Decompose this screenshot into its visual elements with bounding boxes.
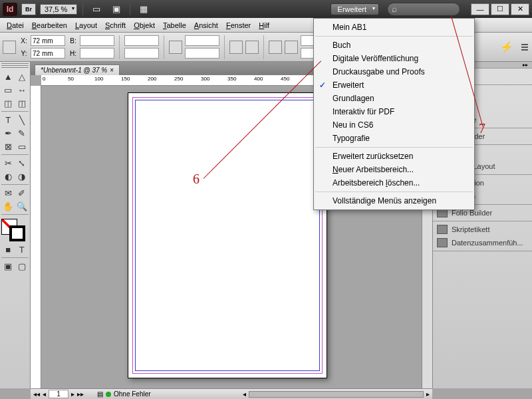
menu-tabelle[interactable]: Tabelle bbox=[159, 20, 190, 31]
horizontal-scrollbar[interactable] bbox=[249, 391, 424, 398]
menu-objekt[interactable]: Objekt bbox=[130, 20, 159, 31]
direct-selection-tool[interactable]: △ bbox=[15, 70, 29, 83]
line-tool[interactable]: ╲ bbox=[15, 113, 29, 126]
view-options-icon[interactable]: ▭ bbox=[88, 3, 104, 16]
document-tab-title: *Unbenannt-1 @ 37 % bbox=[41, 66, 107, 74]
arrange-docs-icon[interactable]: ▦ bbox=[136, 3, 152, 16]
ws-item-interaktiv[interactable]: Interaktiv für PDF bbox=[314, 105, 474, 118]
prev-page-icon[interactable]: ◂ bbox=[43, 390, 46, 398]
gradient-feather-tool[interactable]: ◑ bbox=[15, 170, 29, 183]
panel-script-label[interactable]: Skriptetikett bbox=[433, 223, 532, 236]
app-logo: Id bbox=[3, 3, 17, 16]
ws-full-menus[interactable]: Vollständige Menüs anzeigen bbox=[314, 194, 474, 207]
close-button[interactable]: ✕ bbox=[511, 3, 529, 15]
quick-apply-icon[interactable]: ⚡ bbox=[496, 41, 517, 53]
rotate-options[interactable] bbox=[169, 41, 182, 54]
pen-tool[interactable]: ✒ bbox=[1, 126, 15, 140]
tools-panel: ▲△ ▭↔ ◫◫ T╲ ✒✎ ⊠▭ ✂⤡ ◐◑ ✉✐ ✋🔍 ■T ▣▢ bbox=[0, 62, 31, 388]
hscroll-left-icon[interactable]: ◂ bbox=[243, 390, 246, 398]
open-nav-icon[interactable]: ▤ bbox=[97, 390, 103, 398]
reference-point[interactable] bbox=[3, 41, 16, 54]
page-number-input[interactable] bbox=[49, 390, 68, 398]
page[interactable] bbox=[128, 92, 327, 378]
view-mode-normal[interactable]: ▣ bbox=[1, 259, 15, 273]
content-placer-tool[interactable]: ◫ bbox=[15, 96, 29, 110]
type-tool[interactable]: T bbox=[1, 113, 15, 126]
ws-item-grundlagen[interactable]: Grundlagen bbox=[314, 92, 474, 105]
flip-h-button[interactable] bbox=[229, 41, 243, 54]
note-tool[interactable]: ✉ bbox=[1, 186, 15, 200]
menu-ansicht[interactable]: Ansicht bbox=[190, 20, 222, 31]
maximize-button[interactable]: ☐ bbox=[491, 3, 509, 15]
h-input[interactable] bbox=[80, 48, 114, 59]
document-status-bar: ◂◂ ◂ ▸ ▸▸ ▤ Ohne Fehler ◂ ▸ bbox=[31, 388, 432, 399]
ws-item-digitale[interactable]: Digitale Veröffentlichung bbox=[314, 52, 474, 65]
prev-spread-icon[interactable]: ◂◂ bbox=[33, 390, 40, 398]
gap-tool[interactable]: ↔ bbox=[15, 83, 29, 96]
screen-mode-icon[interactable]: ▣ bbox=[108, 3, 124, 16]
scissors-tool[interactable]: ✂ bbox=[1, 156, 15, 170]
search-input[interactable] bbox=[387, 3, 460, 16]
next-spread-icon[interactable]: ▸▸ bbox=[77, 390, 84, 398]
scale-y-input[interactable] bbox=[124, 48, 159, 59]
w-label: B: bbox=[68, 37, 78, 45]
ws-item-buch[interactable]: Buch bbox=[314, 39, 474, 52]
tab-close-icon[interactable]: × bbox=[110, 66, 114, 74]
content-collector-tool[interactable]: ◫ bbox=[1, 96, 15, 110]
view-mode-preview[interactable]: ▢ bbox=[15, 259, 29, 273]
panel-data-merge[interactable]: Datenzusammenfüh... bbox=[433, 236, 532, 249]
apply-none-button[interactable]: T bbox=[15, 243, 29, 256]
flip-v-button[interactable] bbox=[245, 41, 259, 54]
rotate-input[interactable] bbox=[185, 35, 219, 46]
hand-tool[interactable]: ✋ bbox=[1, 200, 15, 213]
fill-stroke-swatches[interactable] bbox=[1, 219, 28, 243]
ws-item-druck[interactable]: Druckausgabe und Proofs bbox=[314, 65, 474, 78]
preflight-status-icon[interactable] bbox=[106, 392, 111, 397]
page-tool[interactable]: ▭ bbox=[1, 83, 15, 96]
menu-hilfe[interactable]: Hilf bbox=[255, 20, 273, 31]
bridge-button[interactable]: Br bbox=[21, 3, 36, 15]
apply-color-button[interactable]: ■ bbox=[1, 243, 15, 256]
stroke-swatch[interactable] bbox=[285, 41, 298, 54]
menu-fenster[interactable]: Fenster bbox=[222, 20, 255, 31]
selection-tool[interactable]: ▲ bbox=[1, 70, 15, 83]
fill-swatch[interactable] bbox=[269, 41, 282, 54]
ws-delete[interactable]: Arbeitsbereich löschen... bbox=[314, 176, 474, 190]
panel-grip[interactable] bbox=[1, 63, 29, 68]
ws-item-neu[interactable]: Neu in CS6 bbox=[314, 118, 474, 132]
ws-item-typografie[interactable]: Typografie bbox=[314, 132, 474, 145]
control-menu-icon[interactable] bbox=[520, 44, 529, 51]
workspace-switcher[interactable]: Erweitert bbox=[331, 3, 379, 15]
title-bar: Id Br 37,5 % ▭ ▣ ▦ Erweitert — ☐ ✕ bbox=[0, 0, 532, 18]
ws-reset[interactable]: Erweitert zurücksetzen bbox=[314, 150, 474, 163]
menu-layout[interactable]: Layout bbox=[71, 20, 101, 31]
next-page-icon[interactable]: ▸ bbox=[71, 390, 74, 398]
h-label: H: bbox=[68, 50, 78, 57]
zoom-tool[interactable]: 🔍 bbox=[15, 200, 29, 213]
shear-input[interactable] bbox=[185, 48, 219, 59]
document-tab[interactable]: *Unbenannt-1 @ 37 % × bbox=[35, 65, 120, 75]
ws-item-custom[interactable]: Mein AB1 bbox=[314, 21, 474, 34]
vertical-ruler[interactable] bbox=[31, 86, 41, 388]
hscroll-right-icon[interactable]: ▸ bbox=[426, 390, 430, 398]
y-label: Y: bbox=[19, 50, 29, 57]
zoom-combo[interactable]: 37,5 % bbox=[40, 4, 77, 15]
menu-schrift[interactable]: Schrift bbox=[101, 20, 130, 31]
rectangle-tool[interactable]: ▭ bbox=[15, 140, 29, 153]
eyedropper-tool[interactable]: ✐ bbox=[15, 186, 29, 200]
rectangle-frame-tool[interactable]: ⊠ bbox=[1, 140, 15, 153]
scale-x-input[interactable] bbox=[124, 35, 159, 46]
stroke-swatch-box[interactable] bbox=[9, 225, 25, 241]
preflight-status-text[interactable]: Ohne Fehler bbox=[114, 390, 151, 398]
free-transform-tool[interactable]: ⤡ bbox=[15, 156, 29, 170]
w-input[interactable] bbox=[80, 35, 114, 46]
x-input[interactable] bbox=[31, 35, 65, 46]
gradient-swatch-tool[interactable]: ◐ bbox=[1, 170, 15, 183]
menu-datei[interactable]: Datei bbox=[3, 20, 28, 31]
y-input[interactable] bbox=[31, 48, 65, 59]
ws-new[interactable]: Neuer Arbeitsbereich... bbox=[314, 163, 474, 176]
minimize-button[interactable]: — bbox=[471, 3, 489, 15]
ws-item-erweitert[interactable]: Erweitert bbox=[314, 78, 474, 92]
pencil-tool[interactable]: ✎ bbox=[15, 126, 29, 140]
menu-bearbeiten[interactable]: Bearbeiten bbox=[28, 20, 71, 31]
